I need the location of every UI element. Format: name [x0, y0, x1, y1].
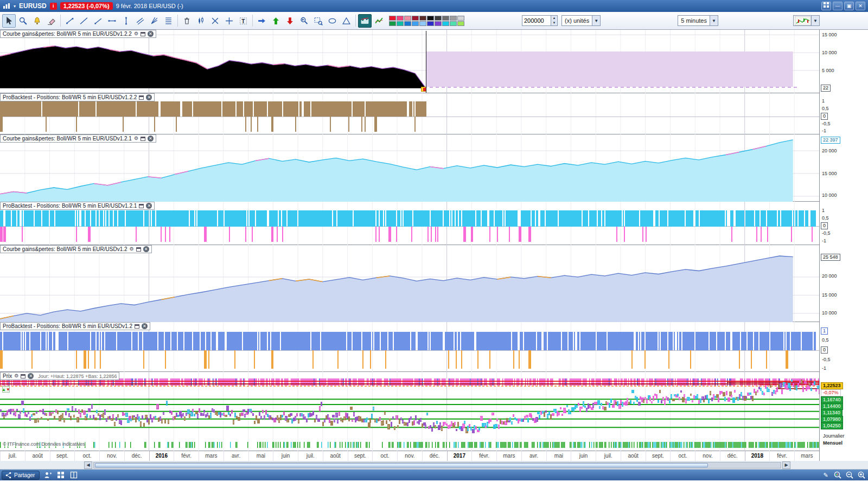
window-restore-icon[interactable] [141, 137, 145, 141]
palette-color-swatch[interactable] [397, 16, 404, 21]
palette-color-swatch[interactable] [419, 21, 426, 26]
price-chart[interactable] [0, 372, 819, 451]
close-panel-icon[interactable]: ✕ [146, 203, 152, 209]
close-button[interactable]: ✕ [856, 2, 865, 10]
unit-select[interactable]: (x) unités ▼ [561, 15, 601, 26]
settings-wrench-icon[interactable]: ⚙ [130, 246, 134, 252]
quantity-spin-buttons[interactable]: ▲▼ [551, 16, 557, 25]
arrow-right-tool[interactable] [255, 14, 269, 28]
maximize-button[interactable]: ▣ [844, 2, 854, 10]
palette-color-swatch[interactable] [397, 21, 404, 26]
palette-color-swatch[interactable] [457, 16, 464, 21]
spin-up-icon[interactable]: ▲ [551, 16, 557, 21]
horizontal-line-tool[interactable] [105, 14, 119, 28]
pitchfork-tool[interactable] [148, 14, 161, 28]
panel-header-price[interactable]: Prix ⚙ ✕ Jour: +Haut: 1,22875 +Bas: 1,22… [0, 372, 119, 380]
pencil-icon[interactable]: ✎ [821, 471, 831, 479]
layout-grid-button[interactable] [821, 2, 831, 10]
window-restore-icon[interactable] [136, 247, 141, 252]
alert-bell-tool[interactable] [30, 14, 44, 28]
close-panel-icon[interactable]: ✕ [28, 373, 34, 379]
ray-tool[interactable] [91, 14, 105, 28]
palette-color-swatch[interactable] [442, 21, 449, 26]
timeframe-select[interactable]: 5 minutes ▼ [678, 15, 718, 26]
palette-color-swatch[interactable] [435, 16, 442, 21]
scroll-left-button[interactable]: ◀ [84, 461, 92, 469]
equity-chart-v122[interactable] [0, 30, 819, 93]
palette-color-swatch[interactable] [419, 16, 426, 21]
equity-chart-v121[interactable] [0, 134, 819, 202]
text-tool[interactable]: T [237, 14, 250, 28]
arrow-down-tool[interactable] [283, 14, 297, 28]
close-panel-icon[interactable]: ✕ [148, 136, 154, 142]
panel-header-equity-v121[interactable]: Courbe gains&pertes: Boll/WR 5 min EUR/U… [0, 134, 156, 143]
share-button[interactable]: Partager [2, 471, 40, 480]
channel-tool[interactable] [133, 14, 147, 28]
palette-color-swatch[interactable] [457, 21, 464, 26]
chart-style-select[interactable]: ▼ [793, 15, 820, 26]
scrollbar-track[interactable] [93, 462, 781, 468]
chevron-down-icon[interactable]: ▼ [811, 16, 819, 25]
scrollbar-thumb[interactable] [95, 463, 708, 467]
triangle-tool[interactable] [340, 14, 353, 28]
notebook-icon[interactable] [69, 471, 79, 479]
panel-header-positions-v121[interactable]: ProBacktest - Positions: Boll/WR 5 min E… [0, 202, 155, 210]
palette-color-swatch[interactable] [404, 16, 411, 21]
chevron-down-icon[interactable]: ▼ [592, 16, 600, 25]
chart-magnifier-icon[interactable] [833, 471, 843, 479]
workspaces-icon[interactable] [56, 471, 66, 479]
close-panel-icon[interactable]: ✕ [146, 94, 152, 100]
segment-tool[interactable] [63, 14, 76, 28]
contacts-icon[interactable] [43, 471, 53, 479]
zoom-back-tool[interactable] [297, 14, 311, 28]
quantity-input[interactable] [522, 17, 551, 24]
palette-color-swatch[interactable] [450, 21, 457, 26]
eraser-tool[interactable] [44, 14, 58, 28]
panel-header-positions-v122[interactable]: ProBacktest - Positions: Boll/WR 5 min E… [0, 93, 155, 101]
settings-wrench-icon[interactable]: ⚙ [14, 373, 18, 379]
palette-color-swatch[interactable] [412, 21, 419, 26]
settings-wrench-icon[interactable]: ⚙ [134, 136, 138, 142]
palette-color-swatch[interactable] [389, 16, 396, 21]
cross-lines-tool[interactable] [222, 14, 236, 28]
palette-color-swatch[interactable] [427, 16, 434, 21]
palette-color-swatch[interactable] [435, 21, 442, 26]
scroll-right-button[interactable]: ▶ [782, 461, 790, 469]
window-restore-icon[interactable] [139, 204, 144, 208]
panel-header-positions-v12[interactable]: ProBacktest - Positions: Boll/WR 5 min E… [0, 322, 150, 330]
instrument-menu-caret[interactable]: ▾ [14, 4, 16, 9]
zoom-tool[interactable] [16, 14, 30, 28]
palette-color-swatch[interactable] [450, 16, 457, 21]
spin-down-icon[interactable]: ▼ [551, 21, 557, 25]
minimize-button[interactable]: — [833, 2, 843, 10]
window-restore-icon[interactable] [139, 95, 144, 100]
palette-color-swatch[interactable] [404, 21, 411, 26]
close-panel-icon[interactable]: ✕ [143, 246, 149, 252]
chevron-down-icon[interactable]: ▼ [710, 16, 718, 25]
close-panel-icon[interactable]: ✕ [142, 323, 148, 329]
equity-chart-v12[interactable] [0, 245, 819, 322]
line-tool[interactable] [77, 14, 91, 28]
trash-tool[interactable] [180, 14, 194, 28]
area-indicator-button[interactable] [358, 14, 372, 28]
window-restore-icon[interactable] [135, 324, 139, 329]
instrument-icon[interactable] [3, 3, 10, 9]
cross-arrows-tool[interactable] [208, 14, 222, 28]
window-restore-icon[interactable] [141, 32, 145, 36]
selection-zoom-tool[interactable] [311, 14, 325, 28]
vertical-line-tool[interactable] [119, 14, 133, 28]
zoom-out-icon[interactable] [845, 471, 854, 479]
arrow-up-tool[interactable] [269, 14, 283, 28]
panel-header-equity-v12[interactable]: Courbe gains&pertes: Boll/WR 5 min EUR/U… [0, 245, 152, 253]
palette-color-swatch[interactable] [389, 21, 396, 26]
settings-wrench-icon[interactable]: ⚙ [134, 31, 138, 37]
line-indicator-button[interactable] [372, 14, 386, 28]
quantity-stepper[interactable]: ▲▼ [522, 15, 558, 26]
close-panel-icon[interactable]: ✕ [148, 31, 154, 37]
window-restore-icon[interactable] [21, 374, 25, 378]
panel-header-equity-v122[interactable]: Courbe gains&pertes: Boll/WR 5 min EUR/U… [0, 30, 156, 38]
palette-color-swatch[interactable] [412, 16, 419, 21]
palette-color-swatch[interactable] [442, 16, 449, 21]
pattern-tool[interactable] [194, 14, 208, 28]
ellipse-tool[interactable] [326, 14, 339, 28]
